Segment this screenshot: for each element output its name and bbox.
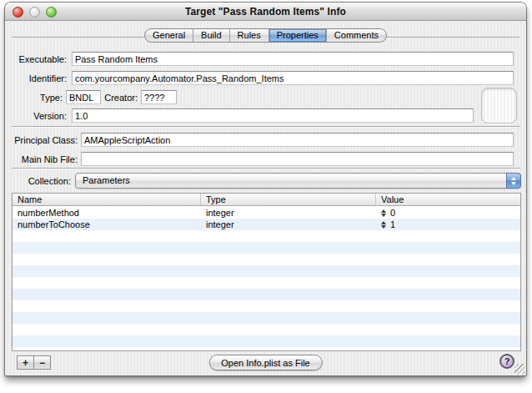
tab-build[interactable]: Build bbox=[193, 29, 229, 42]
version-label: Version: bbox=[5, 111, 67, 121]
screenshot-canvas: Target "Pass Random Items" Info General … bbox=[0, 0, 532, 393]
icon-well[interactable] bbox=[481, 88, 517, 123]
row-name-cell: numberMethod bbox=[13, 208, 201, 219]
main-nib-file-label: Main Nib File: bbox=[5, 154, 78, 164]
tab-general[interactable]: General bbox=[145, 29, 193, 42]
collection-popup[interactable]: Parameters bbox=[75, 173, 521, 189]
value-stepper-icon[interactable] bbox=[381, 221, 386, 229]
help-button[interactable]: ? bbox=[499, 354, 514, 369]
collection-label: Collection: bbox=[5, 176, 71, 186]
remove-parameter-button[interactable]: − bbox=[33, 355, 51, 370]
add-remove-group: + − bbox=[17, 355, 51, 370]
row-value-text: 0 bbox=[390, 208, 395, 219]
title-bar[interactable]: Target "Pass Random Items" Info bbox=[5, 3, 526, 21]
version-field[interactable] bbox=[72, 108, 474, 123]
column-header-value[interactable]: Value bbox=[376, 194, 520, 205]
tab-comments[interactable]: Comments bbox=[327, 29, 386, 42]
column-header-type[interactable]: Type bbox=[201, 194, 376, 205]
row-value-text: 1 bbox=[390, 219, 395, 230]
collection-popup-value: Parameters bbox=[83, 175, 130, 185]
tab-rules[interactable]: Rules bbox=[230, 29, 269, 42]
row-name-cell: numberToChoose bbox=[13, 219, 201, 230]
table-row[interactable]: numberMethod integer 0 bbox=[13, 207, 520, 219]
principal-class-field[interactable] bbox=[81, 133, 514, 147]
resize-grip[interactable] bbox=[514, 364, 525, 375]
target-info-window: Target "Pass Random Items" Info General … bbox=[5, 3, 526, 375]
parameters-table: Name Type Value numberMethod integer 0 n… bbox=[12, 193, 521, 351]
executable-field[interactable] bbox=[72, 52, 514, 66]
row-value-cell: 0 bbox=[376, 208, 520, 219]
popup-arrows-icon bbox=[506, 173, 521, 189]
section-divider-1 bbox=[12, 126, 520, 128]
table-header: Name Type Value bbox=[13, 194, 520, 206]
type-label: Type: bbox=[5, 93, 63, 103]
tab-properties[interactable]: Properties bbox=[269, 29, 327, 42]
identifier-label: Identifier: bbox=[5, 73, 67, 83]
tab-segmented-control: General Build Rules Properties Comments bbox=[144, 28, 387, 43]
creator-label: Creator: bbox=[98, 93, 138, 103]
main-nib-file-field[interactable] bbox=[81, 152, 514, 166]
row-type-cell: integer bbox=[201, 219, 376, 230]
type-field[interactable] bbox=[66, 90, 101, 104]
section-divider-2 bbox=[12, 168, 520, 169]
open-info-plist-button[interactable]: Open Info.plist as File bbox=[208, 355, 322, 370]
table-row[interactable]: numberToChoose integer 1 bbox=[13, 219, 520, 230]
add-parameter-button[interactable]: + bbox=[17, 355, 34, 370]
table-body: numberMethod integer 0 numberToChoose in… bbox=[13, 207, 520, 350]
executable-label: Executable: bbox=[5, 54, 67, 64]
tab-bar: General Build Rules Properties Comments bbox=[5, 28, 526, 43]
row-value-cell: 1 bbox=[376, 219, 520, 230]
value-stepper-icon[interactable] bbox=[381, 209, 386, 217]
identifier-field[interactable] bbox=[72, 71, 514, 85]
window-title: Target "Pass Random Items" Info bbox=[5, 6, 526, 18]
creator-field[interactable] bbox=[141, 90, 177, 104]
principal-class-label: Principal Class: bbox=[5, 135, 78, 145]
column-header-name[interactable]: Name bbox=[13, 194, 201, 205]
row-type-cell: integer bbox=[201, 208, 376, 219]
